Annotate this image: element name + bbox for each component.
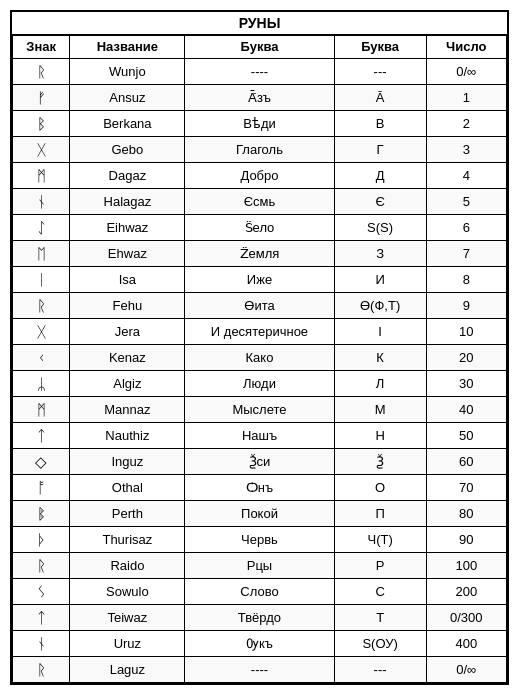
cell-chislo: 100 bbox=[426, 553, 506, 579]
cell-znak: ᛗ bbox=[13, 163, 70, 189]
cell-chislo: 20 bbox=[426, 345, 506, 371]
cell-znak: ᛏ bbox=[13, 605, 70, 631]
cell-bukva1: Ā̈зъ bbox=[185, 85, 334, 111]
cell-bukva1: Мыслете bbox=[185, 397, 334, 423]
cell-bukva1: ---- bbox=[185, 657, 334, 683]
table-row: ᛗMannazМыслетеМ40 bbox=[13, 397, 507, 423]
cell-znak: ᛊ bbox=[13, 579, 70, 605]
cell-chislo: 200 bbox=[426, 579, 506, 605]
table-row: ᚾUruzѸкъS(ОУ)400 bbox=[13, 631, 507, 657]
cell-name: Halagaz bbox=[70, 189, 185, 215]
table-row: ᛊSowuloСловоС200 bbox=[13, 579, 507, 605]
cell-znak: ᛒ bbox=[13, 111, 70, 137]
cell-bukva1: Ѻнъ bbox=[185, 475, 334, 501]
cell-bukva1: Рцы bbox=[185, 553, 334, 579]
cell-bukva2: В bbox=[334, 111, 426, 137]
table-row: ᚩOthalѺнъО70 bbox=[13, 475, 507, 501]
table-row: ᚷGeboГлагольГ3 bbox=[13, 137, 507, 163]
cell-name: Teiwaz bbox=[70, 605, 185, 631]
col-header-name: Название bbox=[70, 36, 185, 59]
cell-bukva1: Нашъ bbox=[185, 423, 334, 449]
cell-chislo: 40 bbox=[426, 397, 506, 423]
cell-bukva2: З bbox=[334, 241, 426, 267]
cell-znak: ᛗ bbox=[13, 397, 70, 423]
table-row: ᛒBerkanaВѣдиВ2 bbox=[13, 111, 507, 137]
cell-name: Isa bbox=[70, 267, 185, 293]
cell-znak: ᚱ bbox=[13, 59, 70, 85]
cell-bukva2: Г bbox=[334, 137, 426, 163]
cell-bukva1: Како bbox=[185, 345, 334, 371]
cell-bukva1: Иже bbox=[185, 267, 334, 293]
cell-bukva2: Ā bbox=[334, 85, 426, 111]
cell-chislo: 9 bbox=[426, 293, 506, 319]
table-row: ᚱLaguz-------0/∞ bbox=[13, 657, 507, 683]
cell-znak: ᚦ bbox=[13, 527, 70, 553]
cell-znak: ᛇ bbox=[13, 215, 70, 241]
cell-znak: ᛁ bbox=[13, 267, 70, 293]
table-row: ᚲKenazКакоК20 bbox=[13, 345, 507, 371]
cell-znak: ᚱ bbox=[13, 657, 70, 683]
table-row: ᛏTeiwazТвёрдоТ0/300 bbox=[13, 605, 507, 631]
cell-chislo: 1 bbox=[426, 85, 506, 111]
cell-bukva2: Т bbox=[334, 605, 426, 631]
table-row: ᚱFehuѲитаѲ(Ф,Т)9 bbox=[13, 293, 507, 319]
cell-chislo: 0/∞ bbox=[426, 657, 506, 683]
cell-chislo: 4 bbox=[426, 163, 506, 189]
cell-name: Thurisaz bbox=[70, 527, 185, 553]
cell-znak: ᛏ bbox=[13, 423, 70, 449]
cell-chislo: 400 bbox=[426, 631, 506, 657]
cell-znak: ᚷ bbox=[13, 137, 70, 163]
cell-bukva2: Р bbox=[334, 553, 426, 579]
cell-chislo: 8 bbox=[426, 267, 506, 293]
cell-znak: ᚠ bbox=[13, 85, 70, 111]
cell-bukva1: Люди bbox=[185, 371, 334, 397]
cell-bukva2: S(ОУ) bbox=[334, 631, 426, 657]
cell-name: Uruz bbox=[70, 631, 185, 657]
cell-bukva2: Д bbox=[334, 163, 426, 189]
table-row: ᚠAnsuzĀ̈зъĀ1 bbox=[13, 85, 507, 111]
cell-name: Wunjo bbox=[70, 59, 185, 85]
cell-name: Nauthiz bbox=[70, 423, 185, 449]
cell-name: Algiz bbox=[70, 371, 185, 397]
cell-name: Eihwaz bbox=[70, 215, 185, 241]
cell-znak: ᚱ bbox=[13, 553, 70, 579]
col-header-znak: Знак bbox=[13, 36, 70, 59]
cell-bukva2: Ѳ(Ф,Т) bbox=[334, 293, 426, 319]
cell-znak: ᚷ bbox=[13, 319, 70, 345]
cell-name: Perth bbox=[70, 501, 185, 527]
cell-znak: ᛖ bbox=[13, 241, 70, 267]
cell-bukva2: П bbox=[334, 501, 426, 527]
cell-name: Sowulo bbox=[70, 579, 185, 605]
table-row: ᚷJeraИ десятеричноеІ10 bbox=[13, 319, 507, 345]
table-row: ◇InguzѮсиѮ60 bbox=[13, 449, 507, 475]
cell-bukva1: Добро bbox=[185, 163, 334, 189]
cell-name: Gebo bbox=[70, 137, 185, 163]
cell-znak: ᚩ bbox=[13, 475, 70, 501]
cell-bukva1: Твёрдо bbox=[185, 605, 334, 631]
cell-chislo: 30 bbox=[426, 371, 506, 397]
table-row: ᚱWunjo-------0/∞ bbox=[13, 59, 507, 85]
table-row: ᚦThurisazЧервьЧ(Т)90 bbox=[13, 527, 507, 553]
cell-chislo: 6 bbox=[426, 215, 506, 241]
cell-name: Mannaz bbox=[70, 397, 185, 423]
cell-name: Ehwaz bbox=[70, 241, 185, 267]
cell-znak: ◇ bbox=[13, 449, 70, 475]
cell-name: Kenaz bbox=[70, 345, 185, 371]
cell-bukva2: К bbox=[334, 345, 426, 371]
table-row: ᛁIsaИжеИ8 bbox=[13, 267, 507, 293]
cell-bukva1: S̈ело bbox=[185, 215, 334, 241]
table-row: ᛇEihwazS̈елоS(Ѕ)6 bbox=[13, 215, 507, 241]
table-row: ᛦAlgizЛюдиЛ30 bbox=[13, 371, 507, 397]
cell-bukva2: Ѯ bbox=[334, 449, 426, 475]
cell-bukva2: І bbox=[334, 319, 426, 345]
cell-bukva1: Глаголь bbox=[185, 137, 334, 163]
table-title: РУНЫ bbox=[12, 12, 507, 35]
cell-chislo: 5 bbox=[426, 189, 506, 215]
cell-bukva2: О bbox=[334, 475, 426, 501]
cell-bukva1: Ѹкъ bbox=[185, 631, 334, 657]
cell-bukva2: И bbox=[334, 267, 426, 293]
cell-bukva1: Червь bbox=[185, 527, 334, 553]
cell-znak: ᚾ bbox=[13, 189, 70, 215]
cell-bukva2: Ч(Т) bbox=[334, 527, 426, 553]
cell-bukva2: S(Ѕ) bbox=[334, 215, 426, 241]
